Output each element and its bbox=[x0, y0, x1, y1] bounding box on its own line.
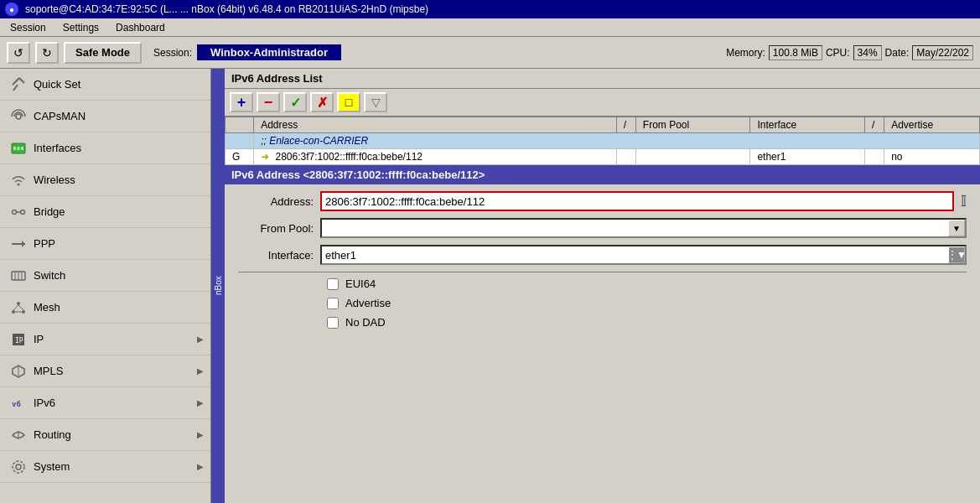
detail-title: IPv6 Address <2806:3f7:1002::ffff:f0ca:b… bbox=[231, 169, 485, 181]
svg-point-3 bbox=[16, 114, 21, 119]
from-pool-dropdown-btn[interactable]: ▼ bbox=[948, 220, 965, 236]
from-pool-input[interactable] bbox=[322, 220, 948, 236]
arrow-icon: ➜ bbox=[261, 151, 269, 163]
main-layout: Quick Set CAPsMAN Interfaces Wireless bbox=[0, 69, 980, 503]
capsman-icon bbox=[10, 108, 27, 125]
svg-line-1 bbox=[19, 78, 24, 83]
check-button[interactable]: ✓ bbox=[283, 92, 307, 112]
address-input[interactable] bbox=[320, 191, 954, 211]
row-sep2 bbox=[864, 149, 884, 165]
sidebar: Quick Set CAPsMAN Interfaces Wireless bbox=[0, 69, 211, 503]
address-form-row: Address: 𝕀 bbox=[238, 191, 967, 211]
eui64-checkbox[interactable] bbox=[327, 278, 339, 290]
row-flag: G bbox=[226, 149, 254, 165]
interface-dropdown-btn[interactable]: ⋮▼ bbox=[948, 246, 965, 263]
svg-line-22 bbox=[18, 305, 23, 310]
titlebar-text: soporte@C4:AD:34:7E:92:5C (L... ... nBox… bbox=[25, 3, 975, 15]
col-interface: Interface bbox=[750, 117, 865, 133]
table-row[interactable]: ;; Enlace-con-CARRIER bbox=[226, 133, 980, 149]
sidebar-item-wireless[interactable]: Wireless bbox=[0, 164, 210, 196]
remove-button[interactable]: − bbox=[257, 92, 280, 112]
col-sep1: / bbox=[616, 117, 635, 133]
memory-value: 100.8 MiB bbox=[769, 45, 822, 60]
safe-mode-button[interactable]: Safe Mode bbox=[64, 42, 142, 64]
from-pool-field-label: From Pool: bbox=[238, 222, 314, 235]
svg-line-21 bbox=[13, 305, 18, 310]
add-button[interactable]: + bbox=[230, 92, 253, 112]
switch-icon bbox=[10, 267, 27, 284]
row-address: ;; Enlace-con-CARRIER bbox=[254, 133, 980, 149]
ip-arrow: ▶ bbox=[197, 334, 204, 344]
titlebar: ● soporte@C4:AD:34:7E:92:5C (L... ... nB… bbox=[0, 0, 980, 18]
system-icon bbox=[10, 459, 27, 475]
sidebar-item-interfaces[interactable]: Interfaces bbox=[0, 132, 210, 164]
form-area: Address: 𝕀 From Pool: ▼ Interface: bbox=[225, 184, 980, 503]
sidebar-item-switch[interactable]: Switch bbox=[0, 260, 210, 292]
row-interface: ether1 bbox=[750, 149, 865, 165]
svg-rect-7 bbox=[21, 147, 23, 150]
sidebar-label-interfaces: Interfaces bbox=[34, 142, 204, 154]
from-pool-wrapper: ▼ bbox=[320, 218, 967, 238]
row-sep1 bbox=[616, 149, 635, 165]
date-label: Date: bbox=[885, 47, 910, 59]
no-dad-checkbox[interactable] bbox=[327, 317, 339, 329]
filter-button[interactable]: ▽ bbox=[364, 92, 387, 112]
routing-arrow: ▶ bbox=[197, 430, 204, 439]
interface-field-label: Interface: bbox=[238, 249, 314, 262]
redo-button[interactable]: ↻ bbox=[35, 42, 59, 64]
ipv6-icon: v6 bbox=[10, 395, 27, 412]
sidebar-item-ip[interactable]: IP IP ▶ bbox=[0, 324, 210, 355]
advertise-row: Advertise bbox=[327, 297, 967, 309]
mesh-icon bbox=[10, 299, 27, 316]
cross-button[interactable]: ✗ bbox=[310, 92, 334, 112]
sidebar-label-system: System bbox=[34, 460, 190, 473]
wireless-icon bbox=[10, 172, 27, 189]
svg-rect-5 bbox=[13, 147, 16, 150]
advertise-checkbox[interactable] bbox=[327, 298, 339, 309]
sidebar-item-system[interactable]: System ▶ bbox=[0, 451, 210, 483]
sidebar-item-mesh[interactable]: Mesh bbox=[0, 292, 210, 324]
menu-session[interactable]: Session bbox=[3, 20, 53, 35]
menubar: Session Settings Dashboard bbox=[0, 18, 980, 37]
ppp-icon bbox=[10, 236, 27, 252]
sidebar-label-quick-set: Quick Set bbox=[34, 78, 204, 91]
sidebar-item-capsman[interactable]: CAPsMAN bbox=[0, 101, 210, 132]
svg-point-9 bbox=[13, 210, 17, 214]
menu-settings[interactable]: Settings bbox=[56, 20, 106, 35]
sidebar-label-ppp: PPP bbox=[34, 237, 204, 250]
interface-form-row: Interface: ⋮▼ bbox=[238, 245, 967, 265]
col-advertise: Advertise bbox=[884, 117, 980, 133]
form-divider bbox=[238, 272, 967, 272]
sidebar-label-capsman: CAPsMAN bbox=[34, 110, 204, 122]
svg-rect-6 bbox=[18, 147, 20, 150]
sidebar-item-bridge[interactable]: Bridge bbox=[0, 196, 210, 228]
sidebar-label-ip: IP bbox=[34, 333, 190, 345]
sidebar-label-mpls: MPLS bbox=[34, 365, 190, 377]
yellow-button[interactable]: □ bbox=[337, 92, 360, 112]
detail-panel-header: IPv6 Address <2806:3f7:1002::ffff:f0ca:b… bbox=[225, 165, 980, 184]
menu-dashboard[interactable]: Dashboard bbox=[109, 20, 172, 35]
session-value: Winbox-Administrador bbox=[197, 44, 341, 60]
no-dad-label: No DAD bbox=[345, 316, 386, 329]
table-row[interactable]: G ➜ 2806:3f7:1002::ffff:f0ca:bebe/112 et… bbox=[226, 149, 980, 165]
ipv6-arrow: ▶ bbox=[197, 398, 204, 407]
sidebar-item-ipv6[interactable]: v6 IPv6 ▶ bbox=[0, 387, 210, 419]
sidebar-item-mpls[interactable]: MPLS ▶ bbox=[0, 355, 210, 387]
interface-input[interactable] bbox=[322, 247, 948, 263]
undo-button[interactable]: ↺ bbox=[7, 42, 30, 64]
sidebar-item-routing[interactable]: Routing ▶ bbox=[0, 419, 210, 451]
sidebar-label-switch: Switch bbox=[34, 269, 204, 282]
svg-point-18 bbox=[17, 302, 20, 305]
routing-icon bbox=[10, 427, 27, 443]
advertise-label: Advertise bbox=[345, 297, 391, 309]
sidebar-item-quick-set[interactable]: Quick Set bbox=[0, 69, 210, 101]
col-sep2: / bbox=[864, 117, 884, 133]
svg-text:v6: v6 bbox=[12, 400, 21, 408]
address-field-label: Address: bbox=[238, 195, 314, 208]
system-arrow: ▶ bbox=[197, 462, 204, 471]
svg-point-8 bbox=[18, 183, 20, 185]
sidebar-label-bridge: Bridge bbox=[34, 205, 204, 218]
svg-point-20 bbox=[22, 310, 25, 314]
bridge-icon bbox=[10, 204, 27, 220]
sidebar-item-ppp[interactable]: PPP bbox=[0, 228, 210, 260]
